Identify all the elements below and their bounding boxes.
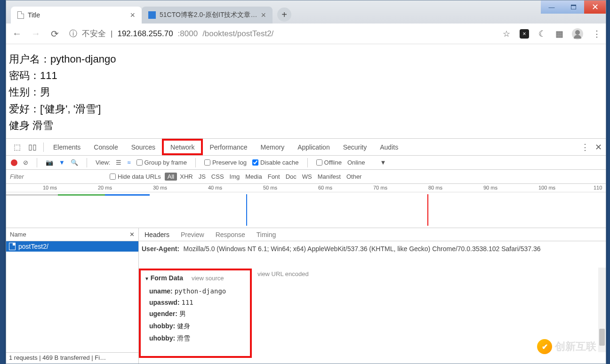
timeline-marker (246, 194, 247, 226)
filter-input[interactable] (6, 170, 110, 183)
tab-console[interactable]: Console (87, 139, 124, 155)
detail-tabs: Headers Preview Response Timing (139, 228, 606, 241)
profile-icon[interactable] (572, 28, 583, 40)
device-icon[interactable]: ▯▯ (24, 142, 40, 151)
list-header: Name ✕ (6, 228, 138, 241)
request-row-selected[interactable]: postTest2/ (6, 241, 138, 252)
separator (37, 158, 37, 167)
tab-application[interactable]: Application (291, 139, 337, 155)
tick: 40 ms (208, 185, 222, 190)
tick: 10 ms (43, 185, 57, 190)
record-button[interactable] (11, 159, 17, 166)
tab-sources[interactable]: Sources (125, 139, 162, 155)
filter-type[interactable]: JS (199, 173, 206, 180)
minimize-button[interactable]: — (541, 0, 562, 14)
tab-timing[interactable]: Timing (257, 231, 276, 238)
content-line: 用户名：python-django (9, 51, 603, 67)
filter-type[interactable]: CSS (211, 173, 224, 180)
close-icon[interactable]: ✕ (129, 231, 135, 238)
close-icon[interactable]: ✕ (595, 142, 602, 152)
tab-security[interactable]: Security (337, 139, 374, 155)
tick: 50 ms (263, 185, 277, 190)
tick: 110 (594, 185, 602, 190)
tab-elements[interactable]: Elements (47, 139, 87, 155)
group-checkbox[interactable]: Group by frame (136, 159, 187, 166)
kebab-icon[interactable]: ⋮ (581, 142, 589, 152)
tab-title: 51CTO博客2.0-原创IT技术文章… (160, 11, 257, 19)
detail-body: User-Agent: Mozilla/5.0 (Windows NT 6.1;… (139, 241, 606, 364)
extension-icon[interactable]: ☾ (538, 29, 546, 39)
tab-performance[interactable]: Performance (203, 139, 254, 155)
filter-type[interactable]: Manifest (318, 173, 341, 180)
title-bar: Title × 51CTO博客2.0-原创IT技术文章… × + — 🗖 ✕ (6, 0, 606, 24)
back-button[interactable]: ← (11, 28, 23, 39)
url-host: 192.168.255.70 (117, 29, 173, 39)
tab-memory[interactable]: Memory (254, 139, 291, 155)
tab-network[interactable]: Network (162, 139, 203, 155)
reload-button[interactable]: ⟳ (48, 28, 61, 40)
separator (43, 142, 44, 152)
filter-type[interactable]: WS (302, 173, 312, 180)
filter-type-all[interactable]: All (165, 173, 177, 181)
watermark-text: 创新互联 (555, 340, 596, 354)
browser-tab[interactable]: 51CTO博客2.0-原创IT技术文章… × (142, 7, 273, 24)
camera-icon[interactable]: 📷 (46, 159, 53, 166)
tab-headers[interactable]: Headers (144, 231, 169, 238)
qr-icon[interactable]: ▦ (555, 29, 562, 39)
tab-strip: Title × 51CTO博客2.0-原创IT技术文章… × + (6, 0, 291, 24)
tick: 100 ms (538, 185, 555, 190)
timeline[interactable] (6, 192, 606, 228)
filter-type[interactable]: XHR (180, 173, 193, 180)
preserve-checkbox[interactable]: Preserve log (204, 159, 247, 166)
hide-urls-checkbox[interactable]: Hide data URLs (110, 173, 161, 180)
tick: 60 ms (318, 185, 332, 190)
doc-icon (9, 243, 16, 250)
offline-checkbox[interactable]: Offline (316, 159, 342, 166)
filter-type[interactable]: Other (346, 173, 362, 180)
tab-response[interactable]: Response (216, 231, 245, 238)
filter-bar: Hide data URLs All XHR JS CSS Img Media … (6, 170, 606, 184)
scrollbar[interactable] (598, 268, 606, 352)
network-split: Name ✕ postTest2/ 1 requests | 469 B tra… (6, 228, 606, 364)
view-source-link[interactable]: view source (192, 275, 224, 282)
form-data-row: uname: python-django (144, 285, 246, 297)
forward-button[interactable]: → (30, 28, 42, 39)
bookmark-icon[interactable]: ☆ (503, 29, 510, 39)
tick: 30 ms (153, 185, 167, 190)
devtools-tabs: ⬚ ▯▯ Elements Console Sources Network Pe… (6, 139, 606, 156)
timeline-bar (58, 194, 105, 196)
clear-icon[interactable]: ⊘ (23, 159, 28, 166)
filter-type[interactable]: Font (268, 173, 280, 180)
close-icon[interactable]: × (261, 10, 266, 20)
inspect-icon[interactable]: ⬚ (10, 142, 24, 151)
user-agent-row: User-Agent: Mozilla/5.0 (Windows NT 6.1;… (139, 241, 606, 257)
filter-icon[interactable]: ▼ (59, 159, 65, 166)
disable-cache-checkbox[interactable]: Disable cache (252, 159, 299, 166)
filter-types: XHR JS CSS Img Media Font Doc WS Manifes… (177, 173, 361, 180)
form-data-header[interactable]: Form Data view source (144, 274, 246, 282)
tick: 20 ms (98, 185, 112, 190)
view-url-encoded-link[interactable]: view URL encoded (257, 270, 309, 277)
filter-type[interactable]: Media (245, 173, 262, 180)
flow-view-icon[interactable]: ≈ (127, 159, 130, 166)
scroll-thumb[interactable] (599, 329, 605, 346)
filter-type[interactable]: Doc (286, 173, 297, 180)
search-icon[interactable]: 🔍 (71, 159, 78, 166)
url-field[interactable]: ⓘ 不安全 | 192.168.255.70:8000/booktest/pos… (67, 28, 496, 39)
list-view-icon[interactable]: ☰ (116, 159, 121, 166)
tab-preview[interactable]: Preview (181, 231, 204, 238)
close-icon[interactable]: × (130, 10, 135, 20)
tab-audits[interactable]: Audits (373, 139, 405, 155)
maximize-button[interactable]: 🗖 (562, 0, 584, 14)
browser-tab-active[interactable]: Title × (11, 7, 142, 24)
throttle-select[interactable]: Online (347, 159, 365, 166)
extension-icon[interactable]: × (520, 29, 529, 39)
tick: 70 ms (373, 185, 387, 190)
new-tab-button[interactable]: + (277, 8, 291, 22)
window-close-button[interactable]: ✕ (584, 0, 606, 14)
info-icon: ⓘ (69, 28, 77, 39)
watermark-icon: ✔ (537, 339, 552, 354)
filter-type[interactable]: Img (230, 173, 240, 180)
menu-icon[interactable]: ⋮ (593, 29, 601, 39)
chevron-down-icon[interactable]: ▼ (380, 159, 386, 166)
